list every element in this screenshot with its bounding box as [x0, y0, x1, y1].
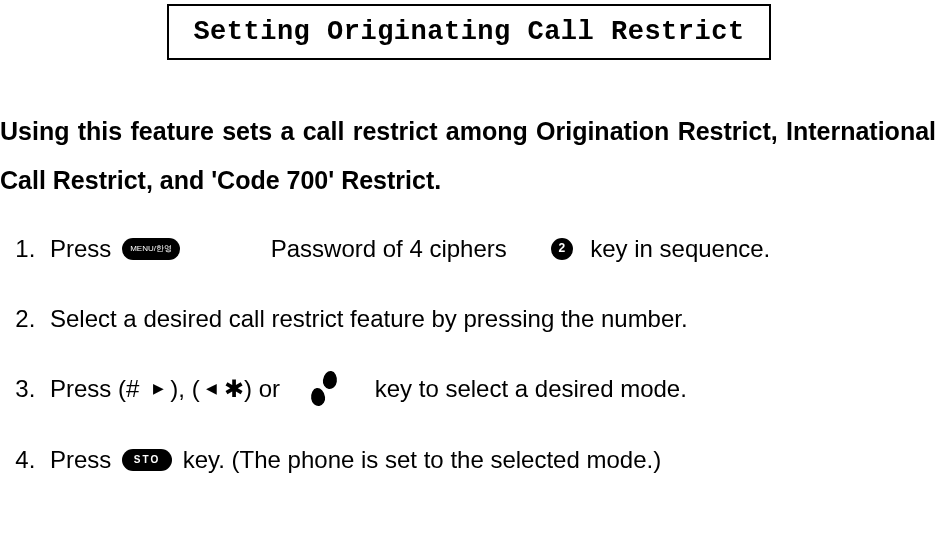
menu-key-label: MENU/한영: [130, 243, 172, 254]
sto-key-label: STO: [134, 453, 160, 467]
step3-text-a: Press (#: [50, 372, 153, 406]
nav-key-icon: [306, 371, 342, 407]
step3-text-d: key to select a desired mode.: [348, 372, 687, 406]
title-box: Setting Originating Call Restrict: [167, 4, 771, 60]
step-3: Press (# ▶ ), ( ◀ ✱) or key to select a …: [42, 371, 936, 407]
document-page: Setting Originating Call Restrict Using …: [0, 0, 936, 545]
steps-list: Press MENU/한영 Password of 4 ciphers 2 ke…: [0, 232, 936, 513]
step1-text-c: key in sequence.: [577, 232, 770, 266]
step4-text-b: key. (The phone is set to the selected m…: [176, 443, 661, 477]
sto-key-icon: STO: [122, 449, 172, 471]
left-triangle-icon: ◀: [206, 379, 217, 399]
step2-text: Select a desired call restrict feature b…: [50, 305, 688, 332]
step3-text-b: ), (: [164, 372, 207, 406]
step-4: Press STO key. (The phone is set to the …: [42, 443, 936, 477]
step3-text-c: ✱) or: [217, 372, 300, 406]
menu-key-icon: MENU/한영: [122, 238, 180, 260]
step4-text-a: Press: [50, 443, 118, 477]
circled-2-icon: 2: [551, 238, 573, 260]
intro-text: Using this feature sets a call restrict …: [0, 117, 936, 194]
right-triangle-icon: ▶: [153, 379, 164, 399]
intro-paragraph: Using this feature sets a call restrict …: [0, 107, 936, 205]
step1-text-b: Password of 4 ciphers: [184, 232, 547, 266]
page-title: Setting Originating Call Restrict: [193, 17, 744, 47]
circled-2-label: 2: [558, 240, 565, 257]
step1-text-a: Press: [50, 232, 118, 266]
step-1: Press MENU/한영 Password of 4 ciphers 2 ke…: [42, 232, 936, 266]
step-2: Select a desired call restrict feature b…: [42, 302, 936, 336]
